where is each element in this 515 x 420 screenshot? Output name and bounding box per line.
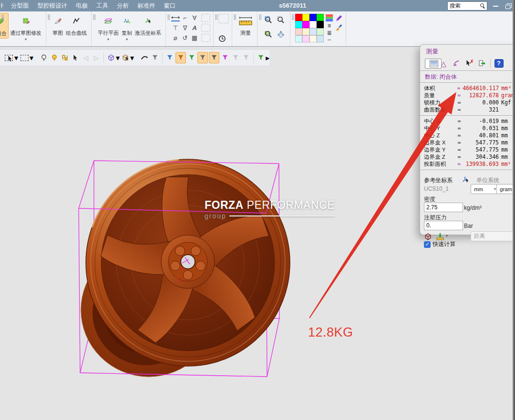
quick-calc-checkbox[interactable]: ✓ 快速计算 [424, 240, 455, 248]
help-icon[interactable]: ? [493, 58, 505, 69]
measure-button[interactable]: 测量 [237, 13, 254, 38]
datum-flag-icon[interactable]: ∀ [193, 15, 197, 21]
menu-window[interactable]: 窗口 [160, 2, 180, 10]
color-swatch[interactable] [295, 21, 302, 28]
length-unit-select[interactable]: mm▾ [471, 184, 498, 194]
previous-view-icon[interactable]: ◁ [81, 52, 91, 63]
table-note-icon[interactable]: ▦ [192, 35, 197, 41]
dropdown-icon[interactable]: ▾ [25, 38, 27, 41]
frame-dimension-icon[interactable]: ⌐ [183, 15, 187, 21]
menu-parting-surface[interactable]: 分型面 [7, 2, 33, 10]
rainbow-color-icon[interactable] [326, 14, 333, 21]
sew-button[interactable]: 缝合 [0, 13, 9, 39]
show-dialog-box-icon[interactable] [423, 232, 433, 241]
revision-icon[interactable]: ↺ [183, 35, 188, 41]
marquee-select-button[interactable]: ▾ [19, 52, 33, 63]
color-swatch[interactable] [302, 21, 309, 28]
select-cursor-marquee-button[interactable]: ▾ [3, 52, 18, 63]
line-width-icon[interactable]: ≡ [328, 23, 331, 29]
datum-target-icon[interactable]: ⊤ [173, 25, 178, 31]
color-swatch[interactable] [317, 21, 324, 28]
diameter-dimension-icon[interactable]: ⌀ [174, 35, 177, 41]
color-swatch[interactable] [309, 14, 317, 21]
filter-more-button[interactable]: ▸ [256, 52, 269, 63]
dropdown-icon[interactable]: ▾ [14, 53, 18, 62]
next-view-icon[interactable]: ▷ [92, 52, 101, 63]
edit-color-pen-icon[interactable] [335, 14, 343, 22]
dropdown-right-icon[interactable]: ▸ [266, 53, 269, 62]
orbit-swoosh-icon[interactable] [140, 52, 149, 63]
measure-arc-icon[interactable] [451, 58, 462, 69]
ribbon-group-update [214, 11, 232, 46]
color-swatch[interactable] [317, 35, 324, 42]
dropdown-icon[interactable]: ▾ [126, 38, 128, 41]
color-swatch[interactable] [317, 14, 324, 21]
pressure-input[interactable] [424, 221, 463, 230]
body-filter-icon[interactable] [175, 52, 186, 63]
zoom-layers-icon[interactable] [265, 31, 272, 38]
minimize-button[interactable] [492, 2, 500, 9]
curve-filter-icon[interactable] [197, 52, 208, 63]
dropdown-icon[interactable]: ▾ [30, 53, 33, 62]
combine-curves-button[interactable]: 组合曲线 [64, 13, 88, 38]
color-swatch[interactable] [295, 14, 302, 21]
search-input[interactable]: 搜索 [447, 1, 487, 10]
menu-cavity-design[interactable]: 型腔模设计 [33, 2, 72, 10]
menu-item-clipped[interactable]: 件 [1, 2, 7, 10]
csys-filter-icon[interactable] [165, 52, 175, 63]
mouse-modes-icon[interactable] [277, 31, 285, 38]
display-mode-cube-button[interactable]: ▾ [106, 52, 120, 63]
window-edge[interactable] [513, 0, 515, 420]
history-clock-icon[interactable] [218, 35, 226, 42]
color-swatch[interactable] [317, 28, 324, 35]
color-swatch[interactable] [302, 14, 309, 21]
refresh-highlight-icon[interactable] [60, 52, 70, 63]
menu-electrode[interactable]: 电极 [72, 2, 92, 10]
search-icon[interactable] [480, 3, 485, 8]
cube-select-button[interactable]: ▾ [121, 52, 134, 63]
density-unit: kg/dm³ [464, 205, 482, 211]
modify-by-sketch-button[interactable]: 通过草图修改 ▾ [9, 13, 43, 42]
dropdown-icon[interactable]: ▾ [130, 53, 134, 62]
dropdown-icon[interactable]: ▾ [446, 234, 448, 238]
color-swatch[interactable] [302, 28, 309, 35]
color-swatch[interactable] [302, 35, 309, 42]
deselect-icon[interactable]: ✗ [464, 58, 475, 69]
color-swatch[interactable] [309, 35, 317, 42]
activate-csys-button[interactable]: 激活坐标系 [134, 13, 163, 38]
color-swatch[interactable] [309, 28, 317, 35]
menu-standard-parts[interactable]: 标准件 [133, 2, 160, 10]
import-measure-icon[interactable] [435, 232, 445, 241]
linear-dimension-icon[interactable]: ⟷ [171, 14, 180, 21]
highlight-off-icon[interactable] [39, 52, 49, 63]
density-input[interactable] [424, 203, 463, 212]
dropdown-icon[interactable]: ▾ [116, 53, 120, 62]
color-swatch[interactable] [309, 21, 317, 28]
sheet-filter-icon[interactable] [220, 52, 230, 63]
zoom-window-icon[interactable] [265, 16, 272, 24]
export-results-icon[interactable] [476, 58, 488, 69]
csys-picker-icon[interactable] [461, 175, 471, 184]
zoom-region-icon[interactable] [277, 16, 285, 24]
restore-button[interactable] [505, 2, 512, 9]
copy-button[interactable]: 复制 ▾ [120, 13, 134, 42]
dropdown-icon[interactable]: ▾ [107, 38, 109, 41]
dashed-line-icon[interactable]: ┄ [328, 37, 331, 43]
general-filter-icon[interactable] [150, 52, 160, 63]
edge-filter-icon[interactable] [209, 52, 219, 63]
color-swatch[interactable] [295, 28, 302, 35]
menu-tools[interactable]: 工具 [92, 2, 113, 10]
line-styles-icon[interactable]: ≣ [327, 30, 331, 36]
menu-analysis[interactable]: 分析 [113, 2, 133, 10]
measure-info-list-icon[interactable] [425, 59, 442, 69]
color-swatch[interactable] [295, 35, 302, 42]
cursor-highlight-icon[interactable] [71, 52, 80, 63]
highlight-on-icon[interactable] [50, 52, 59, 63]
face-filter-icon[interactable] [187, 52, 196, 63]
text-note-icon[interactable]: A [192, 25, 196, 31]
parallel-plane-button[interactable]: 平行平面 ▾ [96, 13, 120, 42]
wheel-model[interactable] [81, 159, 290, 377]
paint-brush-icon[interactable] [335, 23, 343, 31]
sketch-button[interactable]: 草图 [51, 13, 64, 38]
slope-symbol-icon[interactable]: ∇ [183, 25, 187, 31]
